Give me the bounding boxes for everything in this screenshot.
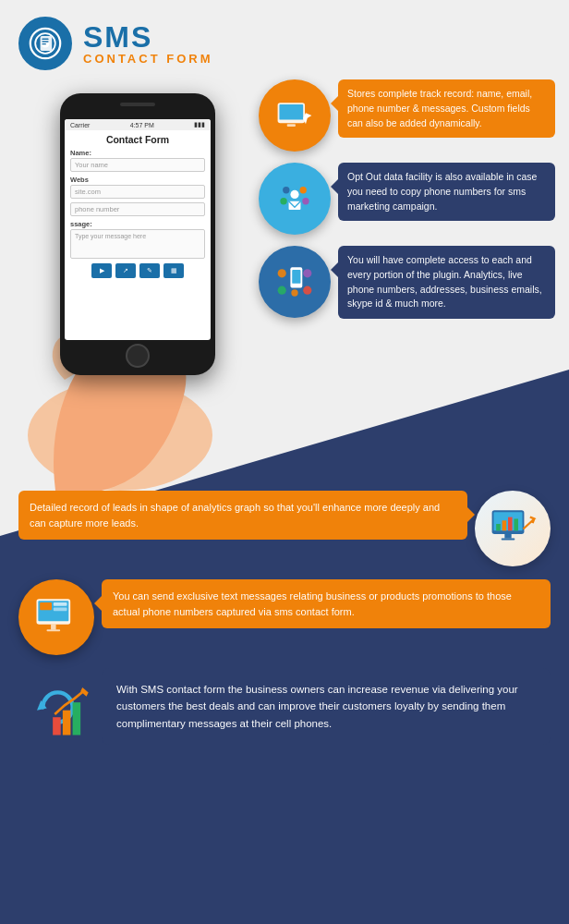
- page-wrapper: SMS CONTACT FORM: [0, 0, 569, 924]
- svg-point-22: [303, 269, 311, 277]
- feature-bubble-5: You can send exclusive text messages rel…: [102, 579, 551, 628]
- feature-circle-1: [259, 79, 331, 152]
- phone-section: Carrier 4:57 PM ▮▮▮ Contact Form Name: Y…: [9, 75, 259, 491]
- bottom-area: With SMS contact form the business owner…: [18, 668, 551, 747]
- feature-item-4: Detailed record of leads in shape of ana…: [18, 491, 551, 566]
- feature-item-5: You can send exclusive text messages rel…: [18, 579, 551, 655]
- svg-point-20: [278, 269, 286, 277]
- svg-rect-5: [42, 41, 48, 42]
- share-button[interactable]: ↗: [115, 263, 136, 278]
- phone-input[interactable]: phone number: [70, 202, 205, 216]
- message-label: ssage:: [70, 220, 205, 228]
- website-input[interactable]: site.com: [70, 185, 205, 199]
- feature-text-1: Stores complete track record: name, emai…: [347, 88, 532, 128]
- play-button[interactable]: ▶: [91, 263, 112, 278]
- logo-text: SMS CONTACT FORM: [83, 22, 212, 66]
- feature-circle-3: [259, 246, 331, 318]
- time-text: 4:57 PM: [130, 122, 154, 128]
- feature-text-2: Opt Out data facility is also available …: [347, 171, 537, 212]
- lower-section: Detailed record of leads in shape of ana…: [0, 491, 569, 747]
- edit-button[interactable]: ✎: [139, 263, 160, 278]
- feature-item-3: You will have complete access to each an…: [259, 246, 555, 319]
- form-title: Contact Form: [70, 134, 205, 145]
- svg-rect-27: [496, 524, 501, 530]
- svg-rect-10: [287, 124, 296, 127]
- svg-point-12: [290, 190, 298, 199]
- feature-text-4: Detailed record of leads in shape of ana…: [30, 502, 440, 529]
- name-input[interactable]: Your name: [70, 158, 205, 172]
- battery-icon: ▮▮▮: [194, 121, 205, 128]
- phone-device: Carrier 4:57 PM ▮▮▮ Contact Form Name: Y…: [60, 93, 215, 375]
- final-text: With SMS contact form the business owner…: [116, 684, 518, 729]
- contact-form: Contact Form Name: Your name Webs site.c…: [65, 130, 211, 282]
- svg-rect-6: [42, 43, 46, 44]
- svg-rect-37: [53, 607, 67, 611]
- form-buttons: ▶ ↗ ✎ ▦: [70, 263, 205, 278]
- final-text-box: With SMS contact form the business owner…: [102, 668, 551, 745]
- svg-rect-9: [279, 104, 303, 120]
- features-column: Stores complete track record: name, emai…: [259, 79, 560, 330]
- logo-icon: [18, 17, 72, 70]
- feature-bubble-3: You will have complete access to each an…: [338, 246, 555, 319]
- svg-point-23: [303, 286, 311, 295]
- home-button[interactable]: [126, 344, 150, 368]
- svg-rect-31: [504, 534, 511, 539]
- tablet-icon: [273, 94, 316, 137]
- feature-circle-4: [475, 491, 551, 566]
- feature-item-1: Stores complete track record: name, emai…: [259, 79, 555, 152]
- svg-rect-4: [42, 39, 48, 40]
- bubble-arrow-2: [331, 179, 338, 194]
- logo-svg: [29, 27, 62, 60]
- svg-rect-35: [40, 602, 52, 610]
- svg-rect-28: [502, 520, 506, 530]
- status-bar: Carrier 4:57 PM ▮▮▮: [65, 119, 211, 130]
- header: SMS CONTACT FORM: [0, 0, 569, 79]
- feature-text-3: You will have complete access to each an…: [347, 254, 542, 309]
- bottom-chart-icon: [23, 673, 92, 742]
- chart-icon: [488, 504, 539, 554]
- bottom-circle: [18, 668, 97, 747]
- save-button[interactable]: ▦: [163, 263, 184, 278]
- svg-marker-44: [80, 687, 89, 697]
- people-icon: [273, 177, 316, 220]
- name-label: Name:: [70, 149, 205, 157]
- svg-rect-36: [53, 602, 67, 606]
- svg-rect-30: [514, 518, 518, 530]
- bubble-arrow-5: [94, 596, 102, 611]
- carrier-text: Carrier: [70, 122, 90, 128]
- svg-point-24: [291, 289, 297, 296]
- svg-rect-19: [292, 270, 300, 284]
- feature-circle-5: [18, 579, 94, 655]
- svg-point-21: [278, 286, 286, 295]
- svg-rect-43: [73, 702, 81, 735]
- svg-rect-39: [46, 629, 60, 631]
- svg-rect-41: [53, 717, 61, 735]
- feature-bubble-1: Stores complete track record: name, emai…: [338, 79, 555, 138]
- message-textarea[interactable]: Type your message here: [70, 229, 205, 259]
- logo-sms-text: SMS: [83, 22, 212, 52]
- svg-rect-38: [51, 624, 56, 629]
- svg-rect-32: [501, 538, 515, 540]
- bubble-arrow-3: [331, 262, 338, 277]
- svg-point-16: [280, 198, 286, 204]
- feature-item-2: Opt Out data facility is also available …: [259, 163, 555, 235]
- feature-bubble-2: Opt Out data facility is also available …: [338, 163, 555, 221]
- website-label: Webs: [70, 176, 205, 184]
- svg-rect-42: [63, 711, 71, 736]
- phone-screen: Carrier 4:57 PM ▮▮▮ Contact Form Name: Y…: [65, 119, 211, 340]
- phone-speaker: [120, 103, 155, 106]
- svg-point-15: [302, 198, 309, 204]
- feature-circle-2: [259, 163, 331, 235]
- svg-point-13: [300, 187, 307, 193]
- svg-point-14: [283, 187, 289, 193]
- bubble-arrow-4: [467, 507, 475, 522]
- monitor-icon: [31, 592, 82, 643]
- mobile-icon: [273, 261, 316, 303]
- feature-text-5: You can send exclusive text messages rel…: [113, 590, 512, 617]
- svg-rect-3: [41, 36, 53, 51]
- logo-contact-form-text: CONTACT FORM: [83, 52, 212, 66]
- feature-bubble-4: Detailed record of leads in shape of ana…: [18, 491, 467, 540]
- bubble-arrow-1: [331, 96, 338, 111]
- svg-rect-29: [508, 517, 513, 530]
